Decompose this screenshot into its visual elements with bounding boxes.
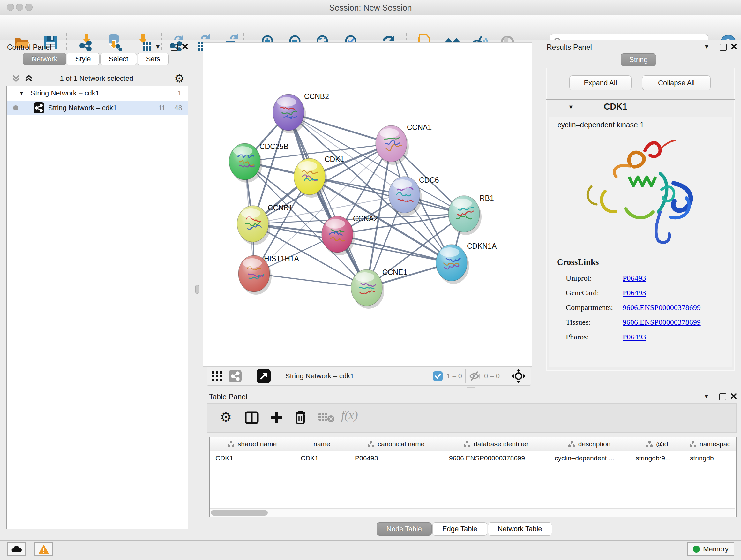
hidden-eye-slash-icon[interactable] [469, 371, 481, 381]
warning-icon [38, 544, 49, 554]
add-column-icon[interactable] [270, 411, 283, 424]
table-cell[interactable]: cyclin–dependent ... [549, 451, 630, 465]
table-cell[interactable]: P06493 [349, 451, 443, 465]
crosslink-link[interactable]: 9606.ENSP00000378699 [623, 303, 701, 312]
column-header-name[interactable]: name [295, 437, 349, 451]
table-type-tabs: Node TableEdge TableNetwork Table [377, 522, 553, 536]
column-tree-icon [367, 441, 374, 447]
node-label-CCNB2: CCNB2 [304, 92, 329, 101]
delete-table-icon[interactable] [318, 412, 335, 423]
node-CDKN1A[interactable]: CDKN1A [436, 242, 497, 284]
network-view-title: String Network – cdk1 [285, 372, 354, 380]
node-count: 11 [158, 104, 165, 112]
close-panel-icon[interactable] [731, 393, 737, 399]
protein-structure-image [578, 135, 705, 247]
control-panel: Control Panel ▾ NetworkStyleSelectSets 1… [0, 40, 199, 540]
collapse-all-button[interactable]: Collapse All [642, 75, 711, 90]
node-CDK1[interactable]: CDK1 [294, 155, 344, 198]
crosslink-label: Compartments: [566, 303, 623, 312]
gene-name: CDK1 [604, 102, 627, 112]
network-selection-status: 1 of 1 Network selected [42, 74, 151, 83]
maximize-panel-icon[interactable] [719, 393, 726, 400]
maximize-panel-icon[interactable] [171, 44, 178, 51]
node-RB1[interactable]: RB1 [448, 194, 494, 235]
crosslink-link[interactable]: P06493 [623, 274, 646, 283]
crosslink-link[interactable]: P06493 [623, 289, 646, 297]
column-header--id[interactable]: @id [630, 437, 684, 451]
tab-network-table[interactable]: Network Table [488, 522, 552, 536]
node-CCNB1[interactable]: CCNB1 [237, 204, 293, 245]
share-network-icon[interactable] [229, 370, 242, 382]
column-tree-icon [689, 441, 696, 447]
split-columns-icon[interactable] [245, 411, 259, 424]
float-panel-icon[interactable]: ▾ [705, 43, 709, 51]
grid-view-icon[interactable] [212, 371, 222, 381]
toolbar-separator [465, 369, 466, 383]
column-header-shared-name[interactable]: shared name [210, 437, 295, 451]
edge-CCNB2-CCNE1[interactable] [288, 112, 367, 288]
crosslink-link[interactable]: P06493 [623, 333, 646, 341]
node-label-CDK1: CDK1 [325, 155, 344, 164]
delete-column-trash-icon[interactable] [294, 410, 307, 425]
expand-all-button[interactable]: Expand All [569, 75, 631, 90]
network-collection-row[interactable]: ▼ String Network – cdk1 1 [7, 86, 188, 101]
close-panel-icon[interactable] [731, 44, 737, 50]
column-header-description[interactable]: description [549, 437, 630, 451]
open-in-window-icon[interactable] [257, 369, 271, 383]
tab-node-table[interactable]: Node Table [377, 522, 432, 536]
hscrollbar-thumb[interactable] [211, 510, 268, 516]
tab-string[interactable]: String [621, 53, 656, 66]
expand-all-chevron-icon[interactable] [24, 74, 33, 83]
collapse-all-chevron-icon[interactable] [11, 74, 20, 83]
string-network-icon [33, 103, 44, 113]
column-header-canonical-name[interactable]: canonical name [349, 437, 443, 451]
crosslink-link[interactable]: 9606.ENSP00000378699 [623, 318, 701, 327]
gene-expander-icon[interactable]: ▼ [568, 104, 574, 111]
network-row-selected[interactable]: String Network – cdk1 11 48 [7, 101, 188, 115]
maximize-panel-icon[interactable] [720, 44, 727, 51]
close-panel-icon[interactable] [182, 44, 188, 50]
node-CCNA2[interactable]: CCNA2 [322, 214, 378, 255]
node-CDC6[interactable]: CDC6 [389, 176, 439, 216]
selected-checkbox[interactable] [433, 371, 443, 381]
collection-expander-icon[interactable]: ▼ [19, 90, 24, 97]
tab-style[interactable]: Style [67, 53, 99, 65]
left-splitter-handle[interactable] [195, 285, 199, 294]
table-cell[interactable]: 9606.ENSP00000378699 [443, 451, 549, 465]
tab-edge-table[interactable]: Edge Table [432, 522, 487, 536]
table-hscrollbar[interactable] [210, 508, 735, 517]
cloud-status-button[interactable] [7, 543, 26, 556]
cloud-icon [11, 545, 22, 553]
tab-sets[interactable]: Sets [138, 53, 169, 65]
network-canvas[interactable]: CCNB2CCNA1CDC25BCDK1CDC6RB1CCNB1CCNA2CDK… [203, 43, 532, 367]
column-header-namespac[interactable]: namespac [684, 437, 736, 451]
memory-status-button[interactable]: Memory [687, 543, 734, 556]
table-cell[interactable]: CDK1 [210, 451, 295, 465]
hidden-count: 0 – 0 [484, 372, 500, 380]
network-tree-panel: ▼ String Network – cdk1 1 String Network… [6, 85, 188, 530]
warning-status-button[interactable] [35, 543, 53, 556]
table-cell[interactable]: CDK1 [295, 451, 349, 465]
float-panel-icon[interactable]: ▾ [156, 43, 159, 51]
node-attribute-table[interactable]: shared namenamecanonical namedatabase id… [209, 437, 737, 517]
fit-content-crosshair-icon[interactable] [512, 369, 526, 383]
toolbar-separator [429, 369, 430, 383]
tab-network[interactable]: Network [23, 53, 66, 65]
table-settings-gear-icon[interactable]: ⚙ [220, 409, 232, 425]
node-CCNA1[interactable]: CCNA1 [376, 123, 432, 165]
tab-select[interactable]: Select [100, 53, 137, 65]
float-panel-icon[interactable]: ▾ [704, 392, 708, 400]
node-HIST1H1A[interactable]: HIST1H1A [239, 254, 299, 295]
node-CCNE1[interactable]: CCNE1 [351, 268, 407, 309]
crosslink-row: Uniprot:P06493 [566, 271, 725, 286]
function-builder-icon[interactable]: f(x) [341, 408, 358, 422]
network-options-gear-icon[interactable]: ⚙ [174, 72, 185, 85]
column-header-database-identifier[interactable]: database identifier [443, 437, 549, 451]
node-CCNB2[interactable]: CCNB2 [273, 92, 329, 133]
table-cell[interactable]: stringdb [684, 451, 736, 465]
window-title: Session: New Session [0, 3, 741, 13]
crosslink-label: Pharos: [566, 333, 623, 341]
table-cell[interactable]: stringdb:9... [630, 451, 684, 465]
crosslink-row: Pharos:P06493 [566, 329, 725, 344]
table-row[interactable]: CDK1CDK1P064939606.ENSP00000378699cyclin… [210, 451, 736, 465]
